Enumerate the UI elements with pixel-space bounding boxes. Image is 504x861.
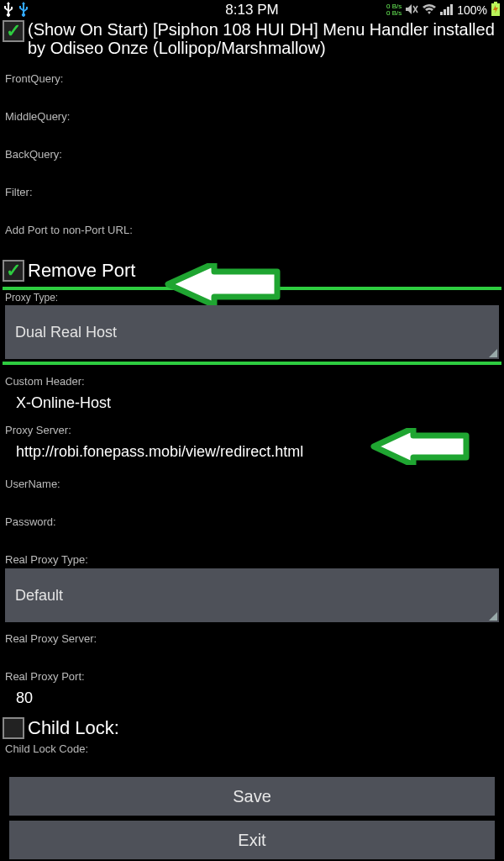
mute-icon xyxy=(405,3,418,18)
battery-percent: 100% xyxy=(457,3,487,17)
custom-header-label: Custom Header: xyxy=(3,375,501,388)
real-proxy-type-label: Real Proxy Type: xyxy=(3,553,501,566)
spinner-corner-icon xyxy=(489,349,497,357)
clock: 8:13 PM xyxy=(225,2,278,18)
front-query-label: FrontQuery: xyxy=(3,72,501,85)
proxy-type-label: Proxy Type: xyxy=(3,290,501,305)
usb-icon xyxy=(3,2,13,19)
child-lock-checkbox[interactable]: ✓ xyxy=(3,717,24,739)
network-speed: 0 B/s 0 B/s xyxy=(386,3,402,17)
proxy-type-dropdown[interactable]: Dual Real Host xyxy=(5,305,499,359)
middle-query-label: MiddleQuery: xyxy=(3,110,501,123)
proxy-server-input[interactable]: http://robi.fonepass.mobi/view/redirect.… xyxy=(3,438,501,462)
username-label: UserName: xyxy=(3,478,501,490)
proxy-type-value: Dual Real Host xyxy=(15,324,117,341)
svg-rect-6 xyxy=(494,2,497,3)
add-port-label: Add Port to non-Port URL: xyxy=(3,224,501,236)
real-proxy-port-input[interactable]: 80 xyxy=(3,684,501,709)
save-button-label: Save xyxy=(233,787,271,806)
back-query-label: BackQuery: xyxy=(3,148,501,161)
exit-button[interactable]: Exit xyxy=(9,821,495,859)
proxy-type-section: Proxy Type: Dual Real Host xyxy=(3,287,501,365)
page-title: (Show On Start) [Psiphon 108 HUI DH] Men… xyxy=(28,20,501,57)
exit-button-label: Exit xyxy=(238,831,265,850)
password-label: Password: xyxy=(3,515,501,528)
signal-icon xyxy=(440,3,454,18)
proxy-server-label: Proxy Server: xyxy=(3,424,501,436)
filter-label: Filter: xyxy=(3,186,501,198)
battery-icon xyxy=(491,2,501,19)
svg-rect-4 xyxy=(447,7,449,15)
custom-header-input[interactable]: X-Online-Host xyxy=(3,389,501,414)
wifi-icon xyxy=(422,3,437,18)
child-lock-code-label: Child Lock Code: xyxy=(3,742,501,755)
spinner-corner-icon xyxy=(489,612,497,621)
save-button[interactable]: Save xyxy=(9,777,495,816)
remove-port-label: Remove Port xyxy=(28,260,135,282)
check-icon: ✓ xyxy=(6,20,21,42)
real-proxy-type-value: Default xyxy=(15,587,63,605)
real-proxy-port-label: Real Proxy Port: xyxy=(3,670,501,683)
real-proxy-server-label: Real Proxy Server: xyxy=(3,632,501,645)
real-proxy-type-dropdown[interactable]: Default xyxy=(5,568,499,622)
usb-icon xyxy=(18,2,29,19)
check-icon: ✓ xyxy=(6,260,21,282)
remove-port-checkbox[interactable]: ✓ xyxy=(3,260,24,282)
show-on-start-checkbox[interactable]: ✓ xyxy=(3,20,24,42)
svg-rect-5 xyxy=(450,4,453,15)
svg-rect-2 xyxy=(440,12,443,15)
status-bar: 8:13 PM 0 B/s 0 B/s 100% xyxy=(0,0,504,20)
svg-rect-3 xyxy=(444,9,446,15)
child-lock-label: Child Lock: xyxy=(28,717,119,739)
